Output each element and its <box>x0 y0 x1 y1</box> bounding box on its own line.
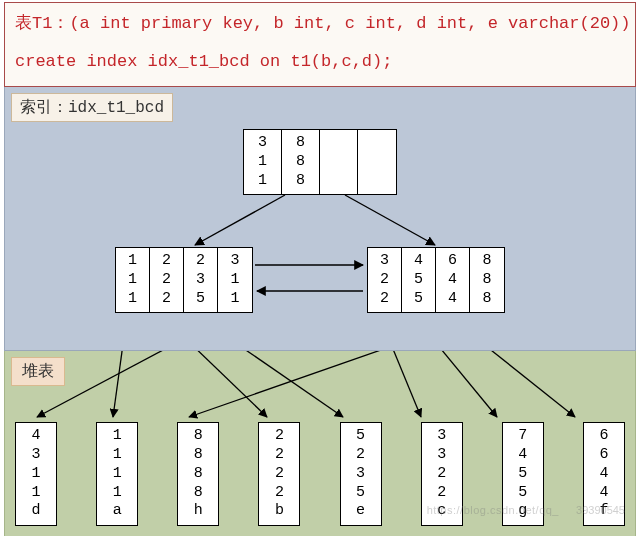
node-column: 111 <box>116 248 150 312</box>
cell-value: 1 <box>113 427 122 446</box>
schema-def-line: 表T1：(a int primary key, b int, c int, d … <box>15 11 625 37</box>
index-area: 索引：idx_t1_bcd 311888 111222235311 322455… <box>4 87 636 351</box>
node-column <box>320 130 358 194</box>
btree-root-node: 311888 <box>243 129 397 195</box>
index-label: 索引：idx_t1_bcd <box>11 93 173 122</box>
cell-value: 5 <box>356 484 365 503</box>
index-arrows <box>5 87 637 351</box>
cell-value: 2 <box>275 484 284 503</box>
node-column: 5235e <box>341 423 381 525</box>
cell-value: 2 <box>275 465 284 484</box>
cell-value: 3 <box>258 134 267 153</box>
node-column: 455 <box>402 248 436 312</box>
cell-value: 5 <box>414 271 423 290</box>
svg-line-1 <box>345 195 435 245</box>
node-column: 888 <box>470 248 504 312</box>
node-column: 311 <box>244 130 282 194</box>
watermark-id: 39390545 <box>576 504 625 516</box>
btree-leaf-right: 322455644888 <box>367 247 505 313</box>
cell-value: 1 <box>128 252 137 271</box>
cell-value: 1 <box>113 446 122 465</box>
cell-value: 1 <box>113 465 122 484</box>
cell-value: 1 <box>128 290 137 309</box>
cell-value: 5 <box>518 484 527 503</box>
cell-value: 8 <box>194 484 203 503</box>
cell-value: 1 <box>230 271 239 290</box>
node-column: 888 <box>282 130 320 194</box>
cell-value: 3 <box>230 252 239 271</box>
svg-line-7 <box>37 351 229 417</box>
create-index-line: create index idx_t1_bcd on t1(b,c,d); <box>15 49 625 75</box>
node-column: 4311d <box>16 423 56 525</box>
svg-line-9 <box>413 351 497 417</box>
cell-value: 2 <box>162 271 171 290</box>
heap-block: 8888h <box>177 422 219 526</box>
btree-leaf-left: 111222235311 <box>115 247 253 313</box>
cell-value: 2 <box>380 290 389 309</box>
node-column: 2222b <box>259 423 299 525</box>
svg-line-10 <box>447 351 575 417</box>
cell-value: 2 <box>162 290 171 309</box>
cell-value: h <box>194 502 203 521</box>
node-column: 322 <box>368 248 402 312</box>
cell-value: 8 <box>194 446 203 465</box>
cell-value: e <box>356 502 365 521</box>
cell-value: 8 <box>296 153 305 172</box>
svg-line-6 <box>195 351 343 417</box>
cell-value: 8 <box>482 271 491 290</box>
cell-value: 5 <box>196 290 205 309</box>
cell-value: 8 <box>194 465 203 484</box>
cell-value: 4 <box>448 290 457 309</box>
cell-value: 7 <box>518 427 527 446</box>
cell-value: 3 <box>356 465 365 484</box>
node-column: 1111a <box>97 423 137 525</box>
cell-value: 4 <box>414 252 423 271</box>
heap-label: 堆表 <box>11 357 65 386</box>
cell-value: 3 <box>380 252 389 271</box>
cell-value: 5 <box>414 290 423 309</box>
cell-value: 2 <box>437 484 446 503</box>
cell-value: 2 <box>196 252 205 271</box>
cell-value: 2 <box>275 446 284 465</box>
svg-line-8 <box>379 351 421 417</box>
node-column: 311 <box>218 248 252 312</box>
cell-value: 4 <box>518 446 527 465</box>
cell-value: 6 <box>448 252 457 271</box>
cell-value: 2 <box>437 465 446 484</box>
node-column: 644 <box>436 248 470 312</box>
svg-line-0 <box>195 195 285 245</box>
cell-value: 1 <box>128 271 137 290</box>
heap-area: 堆表 4311d1111a8888h2222b5235e3322c7455g66… <box>4 351 636 536</box>
watermark-url: https://blog.csdn.net/qq_ <box>427 504 559 516</box>
heap-block: 2222b <box>258 422 300 526</box>
cell-value: 3 <box>196 271 205 290</box>
heap-block: 5235e <box>340 422 382 526</box>
cell-value: 2 <box>162 252 171 271</box>
cell-value: 3 <box>437 427 446 446</box>
node-column: 235 <box>184 248 218 312</box>
cell-value: 1 <box>258 153 267 172</box>
cell-value: 1 <box>230 290 239 309</box>
cell-value: 3 <box>437 446 446 465</box>
cell-value: 8 <box>296 172 305 191</box>
cell-value: 5 <box>518 465 527 484</box>
heap-block: 1111a <box>96 422 138 526</box>
cell-value: 4 <box>448 271 457 290</box>
cell-value: a <box>113 502 122 521</box>
cell-value: 4 <box>31 427 40 446</box>
svg-line-5 <box>161 351 267 417</box>
cell-value: 1 <box>113 484 122 503</box>
node-column: 222 <box>150 248 184 312</box>
node-column <box>358 130 396 194</box>
cell-value: 1 <box>31 484 40 503</box>
cell-value: 8 <box>482 290 491 309</box>
heap-block: 4311d <box>15 422 57 526</box>
cell-value: 4 <box>599 484 608 503</box>
cell-value: b <box>275 502 284 521</box>
sql-header: 表T1：(a int primary key, b int, c int, d … <box>4 2 636 87</box>
cell-value: 6 <box>599 446 608 465</box>
cell-value: 5 <box>356 427 365 446</box>
svg-line-11 <box>189 351 481 417</box>
svg-line-4 <box>113 351 127 417</box>
cell-value: 8 <box>296 134 305 153</box>
